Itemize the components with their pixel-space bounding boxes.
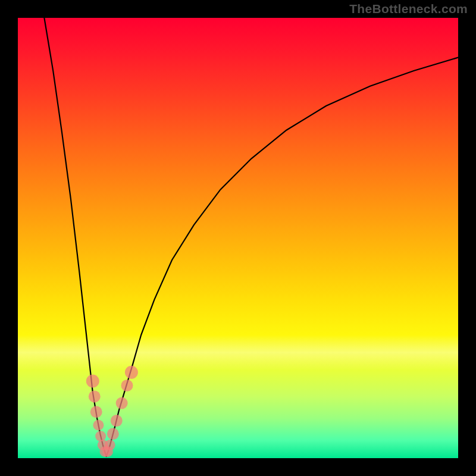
bead-2 (90, 406, 102, 418)
curve-left-branch (44, 18, 106, 456)
bead-1 (89, 390, 101, 402)
curve-right-branch (107, 58, 458, 456)
bead-8 (105, 440, 115, 450)
plot-area (18, 18, 458, 458)
bead-13 (125, 366, 138, 379)
watermark-text: TheBottleneck.com (349, 2, 468, 15)
chart-frame: TheBottleneck.com (0, 0, 476, 476)
bead-9 (107, 428, 119, 440)
curves-svg (18, 18, 458, 458)
bead-10 (111, 415, 123, 427)
bead-0 (86, 375, 99, 388)
bead-11 (116, 397, 128, 409)
bead-3 (93, 420, 104, 431)
bead-12 (121, 380, 133, 392)
